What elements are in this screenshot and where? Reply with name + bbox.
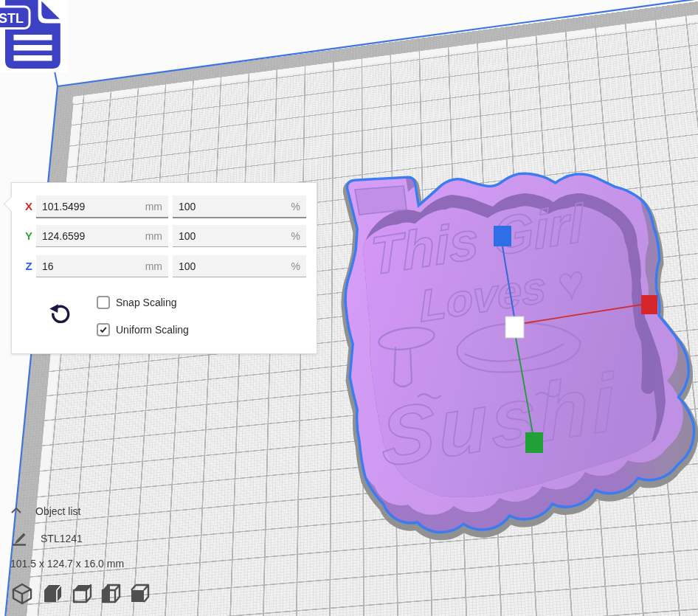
svg-text:STL: STL	[0, 11, 24, 26]
